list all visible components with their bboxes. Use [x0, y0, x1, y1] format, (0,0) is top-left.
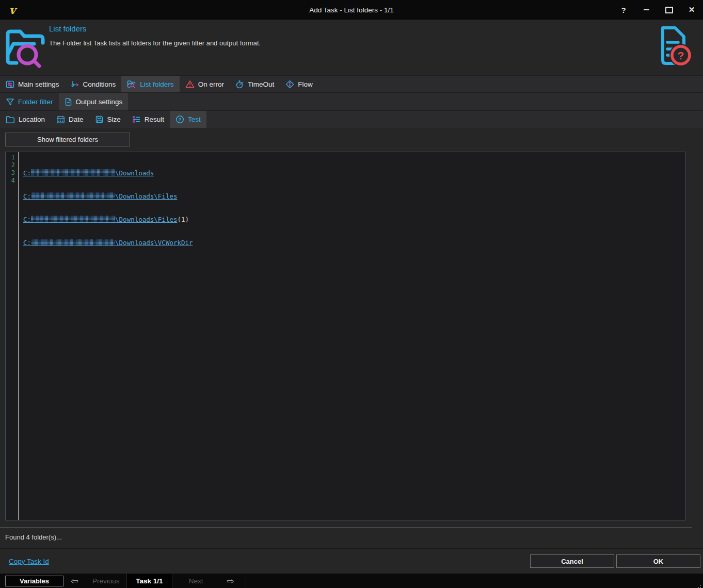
tab-label: Main settings — [18, 80, 59, 88]
folder-path-link[interactable]: \Downloads\Files — [115, 192, 177, 200]
tab-label: Folder filter — [18, 98, 53, 106]
folder-path-link[interactable]: \Downloads\VCWorkDir — [115, 239, 193, 247]
result-editor-panel: 1 2 3 4 C:\Downloads C:\Downloads\Files … — [0, 152, 692, 528]
tab-location[interactable]: Location — [0, 111, 51, 128]
folder-path-link[interactable]: \Downloads\Files — [115, 216, 177, 223]
folder-icon — [6, 116, 15, 124]
svg-text:?: ? — [179, 117, 182, 122]
line-number: 4 — [6, 177, 15, 185]
folder-path-line: C:\Downloads\VCWorkDir — [23, 239, 685, 247]
folder-path-link[interactable]: \Downloads — [115, 169, 154, 177]
tab-label: Flow — [298, 80, 313, 88]
sub-tab-strip: Location Date Size Result — [0, 110, 703, 128]
floppy-icon — [95, 115, 104, 124]
window-title: Add Task - List folders - 1/1 — [0, 6, 703, 14]
title-bar: v Add Task - List folders - 1/1 ? ✕ — [0, 0, 703, 20]
tab-on-error[interactable]: On error — [180, 76, 230, 92]
tab-main-settings[interactable]: Main settings — [0, 76, 65, 92]
minimize-icon — [644, 9, 649, 10]
tab-flow[interactable]: Flow — [280, 76, 318, 92]
resize-grip[interactable] — [700, 585, 701, 586]
main-tab-strip: Main settings Conditions List folders On… — [0, 75, 703, 92]
settings-icon — [6, 80, 14, 89]
tab-label: Conditions — [83, 80, 116, 88]
close-button[interactable]: ✕ — [680, 0, 703, 20]
tab-label: Date — [69, 116, 84, 123]
maximize-icon — [665, 7, 673, 13]
folder-search-large-icon — [3, 23, 49, 72]
folder-path-link[interactable]: C: — [23, 216, 31, 223]
tab-label: Output settings — [76, 98, 123, 106]
line-number-gutter: 1 2 3 4 — [6, 152, 18, 520]
line-number: 3 — [6, 169, 15, 177]
cancel-button[interactable]: Cancel — [530, 554, 614, 568]
next-task-button[interactable]: Next — [172, 577, 220, 585]
help-button[interactable]: ? — [612, 0, 635, 20]
stopwatch-icon — [235, 80, 244, 89]
tab-label: TimeOut — [248, 80, 274, 88]
tab-list-folders[interactable]: List folders — [121, 76, 179, 92]
folder-list-output[interactable]: C:\Downloads C:\Downloads\Files C:\Downl… — [18, 152, 685, 520]
tab-label: Location — [19, 116, 45, 123]
calendar-icon — [56, 115, 65, 124]
copy-task-id-link[interactable]: Copy Task Id — [9, 558, 49, 565]
folder-path-link[interactable]: C: — [23, 239, 31, 247]
tab-label: Result — [145, 116, 164, 123]
app-logo-icon: v — [9, 5, 15, 15]
question-circle-icon: ? — [175, 115, 184, 124]
task-navigation-bar: Variables ⇦ Previous Task 1/1 Next ⇨ — [0, 574, 703, 588]
redacted-path-segment — [31, 169, 115, 176]
tab-date[interactable]: Date — [51, 111, 89, 128]
folder-path-line: C:\Downloads\Files — [23, 192, 685, 200]
list-icon — [132, 116, 141, 123]
help-document-icon[interactable]: ? — [652, 24, 694, 72]
folder-path-link[interactable]: C: — [23, 192, 31, 200]
tab-timeout[interactable]: TimeOut — [230, 76, 280, 92]
tab-output-settings[interactable]: Output settings — [59, 93, 129, 110]
task-type-title: List folders — [49, 24, 87, 33]
svg-text:?: ? — [678, 50, 684, 61]
task-counter: Task 1/1 — [126, 574, 172, 588]
branch-icon — [71, 80, 79, 89]
dialog-footer: Copy Task Id Cancel OK — [0, 548, 703, 574]
tab-label: Test — [188, 116, 201, 123]
window-controls: ? ✕ — [612, 0, 703, 20]
folder-search-icon — [127, 80, 136, 89]
previous-task-button[interactable]: Previous — [85, 577, 126, 585]
folder-path-line: C:\Downloads — [23, 169, 685, 177]
next-arrow-icon[interactable]: ⇨ — [227, 577, 234, 585]
tab-test[interactable]: ? Test — [170, 111, 206, 128]
task-nav-group: Variables ⇦ Previous Task 1/1 Next ⇨ — [0, 574, 246, 588]
folder-path-link[interactable]: C: — [23, 169, 31, 177]
tab-label: On error — [198, 80, 224, 88]
tab-label: Size — [107, 116, 121, 123]
task-header: List folders The Folder list Task lists … — [0, 20, 703, 75]
result-text-editor[interactable]: 1 2 3 4 C:\Downloads C:\Downloads\Files … — [5, 152, 685, 520]
path-suffix: (1) — [177, 216, 189, 223]
flow-icon — [285, 80, 294, 89]
document-icon — [65, 97, 72, 106]
tab-conditions[interactable]: Conditions — [65, 76, 122, 92]
minimize-button[interactable] — [635, 0, 658, 20]
redacted-path-segment — [31, 192, 115, 200]
task-type-description: The Folder list Task lists all folders f… — [49, 39, 261, 47]
filter-tab-strip: Folder filter Output settings — [0, 92, 703, 110]
redacted-path-segment — [31, 216, 115, 223]
test-panel: Show filtered folders 1 2 3 4 C:\Downloa… — [0, 128, 703, 548]
warning-icon — [185, 80, 195, 88]
variables-button[interactable]: Variables — [5, 576, 63, 586]
line-number: 1 — [6, 154, 15, 161]
funnel-icon — [6, 97, 14, 106]
line-number: 2 — [6, 161, 15, 169]
folder-path-line: C:\Downloads\Files(1) — [23, 216, 685, 223]
redacted-path-segment — [31, 239, 115, 246]
previous-arrow-icon[interactable]: ⇦ — [71, 577, 78, 585]
tab-folder-filter[interactable]: Folder filter — [0, 93, 59, 110]
tab-size[interactable]: Size — [89, 111, 126, 128]
maximize-button[interactable] — [658, 0, 680, 20]
tab-result[interactable]: Result — [126, 111, 170, 128]
ok-button[interactable]: OK — [616, 554, 700, 568]
tab-label: List folders — [140, 80, 173, 88]
status-text: Found 4 folder(s)... — [5, 533, 703, 541]
show-filtered-folders-button[interactable]: Show filtered folders — [5, 133, 130, 146]
